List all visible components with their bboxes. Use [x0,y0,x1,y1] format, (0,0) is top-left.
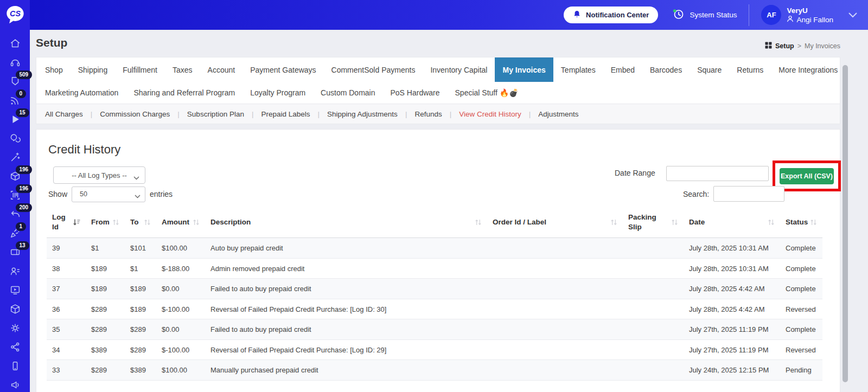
cell-status: Complete [780,258,822,279]
sidebar-badge: 509 [16,70,33,79]
headset-icon [9,56,21,68]
commentsold-logo[interactable]: CS [0,0,30,30]
sidebar-item-broadcast[interactable]: 0 [9,94,21,106]
cell-amount: $100.00 [156,360,205,381]
sort-icon[interactable] [112,219,119,226]
sidebar-item-confetti[interactable]: 1 [9,227,21,239]
cell-amount: $0.00 [156,319,205,340]
subnav-item-commission-charges[interactable]: Commission Charges [92,110,177,118]
subnav-item-shipping-adjustments[interactable]: Shipping Adjustments [320,110,405,118]
sort-icon[interactable] [193,219,200,226]
search-input[interactable] [713,186,784,202]
sidebar-item-video[interactable] [9,284,21,296]
cell-packing-slip [623,279,684,299]
avatar[interactable]: AF [761,5,781,25]
sort-icon[interactable] [671,219,678,226]
tab-pos-hardware[interactable]: PoS Hardware [382,82,447,104]
sort-icon[interactable] [475,219,482,226]
tab-shop[interactable]: Shop [37,57,71,82]
cell-status: Complete [780,319,822,340]
cell-amount: $-100.00 [156,339,205,360]
tab-marketing-automation[interactable]: Marketing Automation [37,82,126,104]
sort-icon[interactable] [768,219,775,226]
sidebar-item-megaphone[interactable] [9,379,21,391]
column-label: Description [210,217,251,227]
subnav-item-subscription-plan[interactable]: Subscription Plan [180,110,252,118]
tab-sharing-and-referral-program[interactable]: Sharing and Referral Program [126,82,242,104]
log-type-select[interactable]: -- All Log Types -- [53,166,145,184]
tab-fulfillment[interactable]: Fulfillment [115,57,165,82]
tab-taxes[interactable]: Taxes [165,57,200,82]
column-header-packing-slip[interactable]: Packing Slip [623,207,684,238]
column-header-log-id[interactable]: Log Id [47,207,86,238]
tab-account[interactable]: Account [200,57,243,82]
column-header-description[interactable]: Description [205,207,487,238]
column-header-date[interactable]: Date [684,207,780,238]
sidebar-item-users[interactable] [9,265,21,277]
chevron-down-icon[interactable] [848,12,857,18]
sidebar-badge: 13 [16,241,29,250]
subnav-item-all-charges[interactable]: All Charges [37,110,91,118]
tab-my-invoices[interactable]: My Invoices [495,57,553,82]
cell-log-id: 35 [47,319,86,340]
sidebar-item-headset[interactable] [9,56,21,68]
tab-shipping[interactable]: Shipping [71,57,116,82]
sidebar-item-play[interactable]: 15 [9,113,21,125]
tab-barcodes[interactable]: Barcodes [642,57,690,82]
sidebar-item-barcode[interactable]: 196 [9,189,21,201]
sidebar-badge: 196 [16,165,33,174]
credit-history-panel: Credit History -- All Log Types -- Date … [36,129,840,392]
sidebar-item-chat[interactable] [9,132,21,144]
system-status-button[interactable]: System Status [672,8,737,22]
sidebar-item-home[interactable] [9,37,21,49]
entries-per-page-select[interactable]: 50 [72,187,145,202]
column-header-amount[interactable]: Amount [156,207,205,238]
user-menu[interactable]: VeryU Angi Fallon [787,6,833,24]
cell-log-id: 34 [47,339,86,360]
tab-commentsold-payments[interactable]: CommentSold Payments [324,57,423,82]
column-header-status[interactable]: Status [780,207,822,238]
sort-icon[interactable] [144,219,151,226]
sidebar-item-cube[interactable] [9,303,21,315]
sidebar-item-gear[interactable] [9,322,21,334]
sidebar-item-package[interactable]: 196 [9,170,21,182]
tab-special-stuff[interactable]: Special Stuff 🔥💣 [448,82,526,104]
cell-from: $289 [86,360,125,381]
sidebar-item-ticket[interactable]: 13 [9,246,21,258]
cell-packing-slip [623,299,684,319]
vertical-scrollbar[interactable] [843,65,848,382]
cell-log-id: 39 [47,238,86,259]
subnav-item-adjustments[interactable]: Adjustments [531,110,586,118]
invoices-subnav: All Charges|Commission Charges|Subscript… [36,104,840,124]
column-header-from[interactable]: From [86,207,125,238]
screen: Notification Center System Status AF Ver… [0,0,868,392]
tab-embed[interactable]: Embed [603,57,642,82]
tab-square[interactable]: Square [690,57,729,82]
tab-returns[interactable]: Returns [729,57,771,82]
column-header-order-id-label[interactable]: Order Id / Label [487,207,623,238]
breadcrumb-root[interactable]: Setup [775,42,794,50]
export-all-csv-button[interactable]: Export All (CSV) [780,168,834,184]
date-range-input[interactable] [666,166,769,181]
tab-inventory-capital[interactable]: Inventory Capital [423,57,495,82]
cell-log-id: 33 [47,360,86,381]
tab-loyalty-program[interactable]: Loyalty Program [242,82,313,104]
tab-templates[interactable]: Templates [553,57,603,82]
tab-custom-domain[interactable]: Custom Domain [313,82,382,104]
notification-center-button[interactable]: Notification Center [564,7,658,23]
tab-more-integrations[interactable]: More Integrations [771,57,845,82]
sort-icon[interactable] [610,219,617,226]
cell-packing-slip [623,238,684,259]
column-header-to[interactable]: To [125,207,156,238]
sidebar-item-share[interactable] [9,341,21,353]
sort-icon[interactable] [810,219,817,226]
sidebar-item-label[interactable]: 509 [9,75,21,87]
subnav-item-refunds[interactable]: Refunds [407,110,449,118]
sidebar-item-return[interactable]: 200 [9,208,21,220]
sidebar-item-wand[interactable] [9,151,21,163]
subnav-item-prepaid-labels[interactable]: Prepaid Labels [253,110,317,118]
sidebar-item-phone[interactable] [9,360,21,372]
subnav-item-view-credit-history[interactable]: View Credit History [451,110,529,118]
sort-icon[interactable] [73,219,80,226]
tab-payment-gateways[interactable]: Payment Gateways [242,57,323,82]
